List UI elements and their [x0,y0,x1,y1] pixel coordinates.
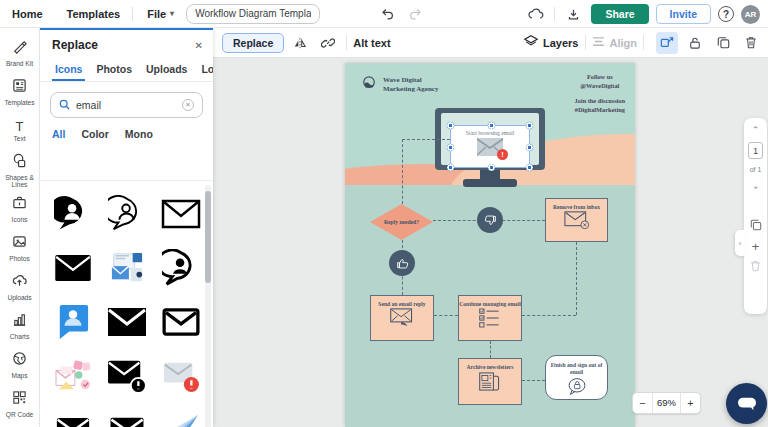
page-count-label: of 1 [750,166,762,173]
duplicate-icon[interactable] [712,32,734,54]
collapse-panel-icon[interactable]: ‹ [735,230,745,256]
alt-text-button[interactable]: Alt text [353,37,390,49]
connector-line [522,380,545,381]
resize-handle-nw[interactable] [447,122,454,129]
nav-home[interactable]: Home [0,8,55,20]
envelope-filled-icon[interactable] [104,301,150,343]
envelope-outline-bold-icon[interactable] [158,301,204,343]
tab-photos[interactable]: Photos [89,58,139,81]
sidebar-item-uploads[interactable]: Uploads [0,268,40,307]
layers-button[interactable]: Layers [524,34,578,52]
envelope-outline-icon[interactable] [158,193,204,235]
delete-page-icon[interactable] [750,260,761,274]
replace-button[interactable]: Replace [222,33,284,53]
duplicate-page-icon[interactable] [750,219,762,233]
flow-node-remove[interactable]: Remove from inbox [545,198,608,242]
share-button[interactable]: Share [591,4,648,24]
chat-user-outline-icon[interactable] [104,193,150,235]
link-icon[interactable] [316,32,340,54]
filter-mono[interactable]: Mono [125,128,153,140]
zoom-in-button[interactable]: + [681,397,700,409]
chevron-down-icon: ▾ [170,9,174,18]
flow-node-send[interactable]: Send an email reply [370,295,434,341]
selected-start-node[interactable]: Start browsing email ! [450,125,530,168]
file-menu[interactable]: File ▾ [133,8,180,20]
trash-icon[interactable] [740,32,762,54]
paper-plane-blue-icon[interactable] [158,409,204,427]
flip-icon[interactable] [288,32,312,54]
resize-handle-s[interactable] [488,164,495,171]
resize-handle-se[interactable] [526,164,533,171]
resize-handle-e[interactable] [526,144,533,151]
page-up-icon[interactable]: ⌃ [752,126,760,135]
contact-chat-blue-icon[interactable] [50,301,96,343]
flow-node-archive[interactable]: Archive newsletters [458,358,522,405]
follow-label: Follow us [575,73,625,82]
tab-logos[interactable]: Logos [194,58,213,81]
zoom-out-button[interactable]: − [633,397,652,409]
design-page[interactable]: Wave Digital Marketing Agency Follow us … [345,63,635,427]
clear-search-icon[interactable]: ✕ [182,99,194,111]
position-button[interactable] [656,32,678,54]
brand-logo[interactable]: Wave Digital Marketing Agency [361,76,453,94]
avatar[interactable]: AR [741,5,760,24]
sidebar-item-charts[interactable]: Charts [0,307,40,346]
sidebar-item-maps[interactable]: Maps [0,346,40,385]
envelope-filled-icon[interactable] [50,409,96,427]
mail-illustration-icon[interactable] [104,247,150,289]
connector-line [576,242,577,315]
filter-all[interactable]: All [52,128,65,140]
checklist-icon [478,308,502,328]
undo-icon[interactable] [376,3,398,25]
resize-handle-ne[interactable] [526,122,533,129]
page-number-box[interactable]: 1 [748,142,763,159]
social-links[interactable]: Follow us @WaveDigital Join the discussi… [575,73,625,121]
nav-templates[interactable]: Templates [55,8,133,20]
sidebar-item-shapes-lines[interactable]: Shapes & Lines [0,151,40,190]
close-icon[interactable]: ✕ [195,40,203,51]
flow-node-finish[interactable]: Finish and sign out of email [545,355,608,400]
sidebar-item-icons[interactable]: Icons [0,190,40,229]
search-input[interactable] [76,99,176,111]
icons-icon [12,195,27,214]
sidebar-item-templates[interactable]: Templates [0,73,40,112]
canvas-workspace[interactable]: Wave Digital Marketing Agency Follow us … [213,58,768,427]
chat-bubble-icon [737,395,757,413]
tab-uploads[interactable]: Uploads [139,58,194,81]
lock-icon[interactable] [684,32,706,54]
download-icon[interactable] [562,3,584,25]
add-page-icon[interactable]: + [752,240,760,253]
resize-handle-w[interactable] [447,144,454,151]
invite-button[interactable]: Invite [656,4,711,24]
document-title-input[interactable] [186,4,320,24]
envelope-filled-icon[interactable] [104,409,150,427]
envelope-alert-black-icon[interactable] [104,355,150,397]
envelope-filled-icon[interactable] [50,247,96,289]
page-down-icon[interactable]: ⌃ [752,180,760,189]
redo-icon[interactable] [404,3,426,25]
chat-support-button[interactable] [726,383,767,424]
align-button[interactable]: Align [592,34,638,52]
templates-icon [12,78,27,97]
filter-color[interactable]: Color [81,128,108,140]
zoom-level[interactable]: 69% [652,393,681,413]
thumbs-down-icon[interactable] [477,207,503,233]
sidebar-item-brand-kit[interactable]: Brand Kit [0,34,40,73]
help-icon[interactable]: ? [718,6,734,22]
resize-handle-n[interactable] [488,122,495,129]
cloud-sync-icon[interactable] [525,3,547,25]
resize-handle-sw[interactable] [447,164,454,171]
icon-search-box[interactable]: ✕ [50,92,203,118]
chat-user-bold-icon[interactable] [158,247,204,289]
thumbs-up-icon[interactable] [389,250,415,276]
sidebar-item-photos[interactable]: Photos [0,229,40,268]
zoom-controls: − 69% + [632,392,701,414]
envelope-alert-red-icon[interactable] [158,355,204,397]
mail-illustration-pink-icon[interactable] [50,355,96,397]
grid-scrollbar[interactable] [205,185,211,427]
flow-node-continue[interactable]: Continue managing email [458,295,522,341]
sidebar-item-text[interactable]: T Text [0,112,40,151]
chat-user-filled-icon[interactable] [50,193,96,235]
tab-icons[interactable]: Icons [48,58,89,81]
sidebar-item-qr-code[interactable]: QR Code [0,385,40,424]
